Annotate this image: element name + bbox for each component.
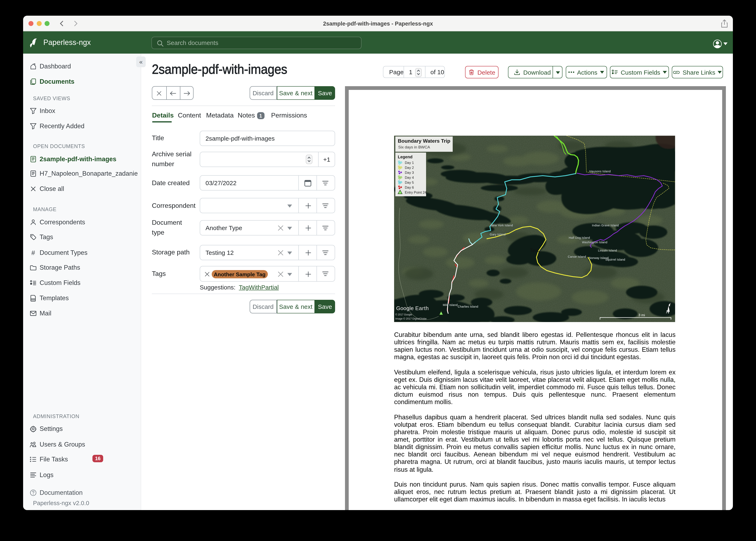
svg-text:Indian Grave Island: Indian Grave Island <box>592 224 619 227</box>
svg-text:Boundary Waters Trip: Boundary Waters Trip <box>398 138 450 144</box>
svg-text:Squirrel Island: Squirrel Island <box>605 258 625 261</box>
svg-text:© 2017 Google: © 2017 Google <box>395 313 412 316</box>
svg-text:3 mi: 3 mi <box>638 313 645 317</box>
svg-text:Day 1: Day 1 <box>405 161 414 165</box>
svg-text:Hausons Island: Hausons Island <box>589 170 611 173</box>
svg-text:Washington Island: Washington Island <box>582 241 607 244</box>
svg-text:Text: Text <box>530 248 539 253</box>
svg-text:Image © 2017 DigitalGlobe: Image © 2017 DigitalGlobe <box>395 317 426 320</box>
svg-text:Six days in BWCA: Six days in BWCA <box>398 145 430 149</box>
svg-text:Charlies Island: Charlies Island <box>458 305 478 308</box>
svg-text:New York Island: New York Island <box>491 224 513 227</box>
svg-text:Google Earth: Google Earth <box>396 305 429 311</box>
svg-text:Mile Island: Mile Island <box>443 303 458 306</box>
svg-text:Lincoln Island: Lincoln Island <box>598 249 617 252</box>
svg-text:Day 5: Day 5 <box>405 181 414 185</box>
svg-text:Half Dog Island: Half Dog Island <box>569 236 590 240</box>
svg-text:Gary Island: Gary Island <box>490 233 506 236</box>
svg-text:N: N <box>666 309 669 314</box>
svg-text:Day 6: Day 6 <box>405 186 414 190</box>
svg-text:Entry Point 24: Entry Point 24 <box>405 191 426 195</box>
svg-text:Legend: Legend <box>398 155 412 159</box>
svg-text:Day 4: Day 4 <box>405 176 414 180</box>
svg-text:Day 3: Day 3 <box>405 171 414 175</box>
svg-text:Day 2: Day 2 <box>405 166 414 170</box>
svg-text:Canoe Island: Canoe Island <box>568 255 586 258</box>
